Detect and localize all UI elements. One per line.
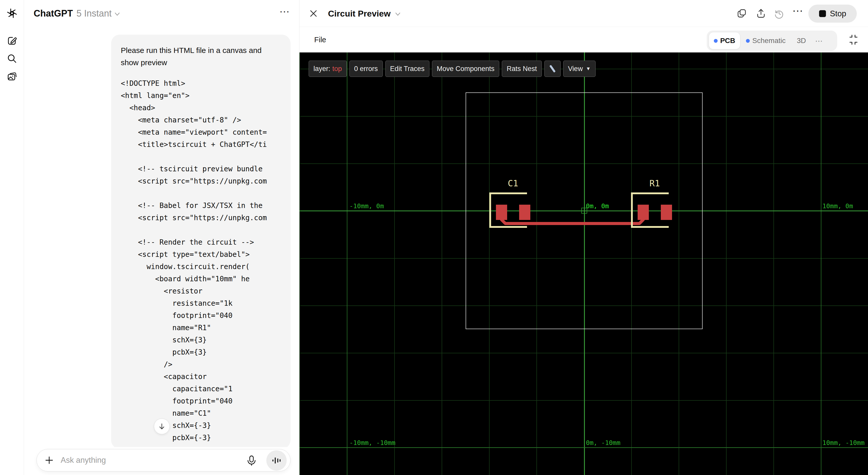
stop-square-icon — [819, 10, 826, 17]
sidebar-rail — [0, 0, 24, 475]
history-icon[interactable] — [774, 8, 784, 19]
code-line: <meta charset="utf-8" /> — [121, 114, 281, 126]
edit-traces-button[interactable]: Edit Traces — [385, 61, 429, 77]
draw-tool-button[interactable] — [544, 61, 561, 77]
voice-mode-button[interactable] — [266, 450, 287, 471]
coord-label-origin: 0m, 0m — [586, 202, 609, 210]
coord-label: 0m, -10mm — [586, 439, 620, 446]
openai-logo-icon — [7, 8, 17, 19]
code-line: capacitance="1 — [121, 383, 281, 395]
scroll-to-bottom-button[interactable] — [154, 418, 170, 434]
canvas-panel: Circuit Preview ⋯ — [300, 0, 868, 475]
code-line: name="R1" — [121, 322, 281, 334]
stop-button[interactable]: Stop — [808, 5, 857, 23]
new-chat-button[interactable] — [6, 35, 18, 46]
pcb-toolbar: layer: top 0 errors Edit Traces Move Com… — [309, 61, 596, 77]
code-line: <!-- Render the circuit --> — [121, 236, 281, 248]
search-icon — [7, 54, 17, 64]
microphone-icon[interactable] — [246, 455, 257, 466]
schematic-status-dot — [746, 39, 750, 43]
search-button[interactable] — [6, 53, 18, 64]
chat-panel: ChatGPT 5 Instant ⋯ Please run this HTML… — [24, 0, 300, 475]
code-line: <script src="https://unpkg.com — [121, 175, 281, 188]
message-text-line1: Please run this HTML file in a canvas an… — [121, 44, 281, 57]
pad-C1-1[interactable] — [496, 205, 507, 220]
move-components-button[interactable]: Move Components — [432, 61, 499, 77]
layer-value: top — [332, 65, 342, 73]
pcb-trace-layer — [300, 53, 868, 475]
coord-label: -10mm, -10mm — [349, 439, 396, 446]
new-chat-icon — [7, 36, 17, 46]
code-line: <capacitor — [121, 371, 281, 383]
chevron-down-icon — [114, 12, 120, 16]
view-tabs: PCB Schematic 3D ⋯ — [707, 31, 837, 51]
code-line: <!-- Babel for JSX/TSX in the — [121, 200, 281, 212]
tab-schematic[interactable]: Schematic — [746, 37, 786, 45]
library-icon — [7, 71, 17, 81]
code-line: <meta name="viewport" content= — [121, 126, 281, 138]
rats-nest-button[interactable]: Rats Nest — [502, 61, 542, 77]
code-line — [121, 224, 281, 236]
message-text-line2: show preview — [121, 57, 281, 69]
pad-R1-2[interactable] — [661, 205, 672, 220]
code-line: <!DOCTYPE html> — [121, 77, 281, 90]
code-line: name="C1" — [121, 407, 281, 419]
pcb-canvas[interactable]: C1 R1 -10mm, 0m 0m, 0m 10mm, 0m -10mm, -… — [300, 53, 868, 475]
library-button[interactable] — [6, 71, 18, 82]
component-label-R1[interactable]: R1 — [643, 178, 666, 189]
user-message-bubble: Please run this HTML file in a canvas an… — [111, 35, 290, 449]
code-line — [121, 151, 281, 163]
composer-placeholder: Ask anything — [61, 456, 106, 465]
code-line: <head> — [121, 102, 281, 114]
code-line: <!-- tscircuit preview bundle — [121, 163, 281, 175]
attach-plus-icon[interactable] — [44, 455, 54, 465]
pcb-status-dot — [714, 39, 718, 43]
collapse-icon[interactable] — [848, 34, 859, 45]
pad-R1-1[interactable] — [638, 205, 649, 220]
view-dropdown[interactable]: View ▼ — [563, 61, 596, 77]
code-line: resistance="1k — [121, 297, 281, 309]
message-code-block: <!DOCTYPE html><html lang="en"> <head> <… — [121, 77, 281, 449]
chevron-down-icon — [395, 12, 401, 16]
code-line: pcbX={3} — [121, 346, 281, 359]
chat-header: ChatGPT 5 Instant ⋯ — [24, 0, 299, 27]
file-menu[interactable]: File — [314, 27, 326, 53]
composer-input[interactable]: Ask anything — [36, 449, 290, 471]
chat-menu-button[interactable]: ⋯ — [279, 6, 290, 17]
composer-area: Ask anything — [24, 447, 300, 475]
tab-3d[interactable]: 3D — [797, 37, 806, 45]
code-line: pcbX={-3} — [121, 432, 281, 444]
code-line: <board width="10mm" he — [121, 273, 281, 285]
code-line: footprint="040 — [121, 395, 281, 407]
canvas-title: Circuit Preview — [328, 9, 391, 19]
coord-label: 10mm, 0m — [823, 202, 853, 210]
model-name[interactable]: 5 Instant — [76, 8, 112, 19]
code-line: <resistor — [121, 285, 281, 297]
component-label-C1[interactable]: C1 — [501, 178, 524, 189]
canvas-menubar: File PCB Schematic 3D ⋯ — [300, 27, 868, 53]
canvas-header: Circuit Preview ⋯ — [300, 0, 868, 27]
share-icon[interactable] — [756, 8, 766, 19]
code-line: <script type="text/babel"> — [121, 248, 281, 261]
arrow-down-icon — [158, 422, 166, 430]
code-line: footprint="040 — [121, 309, 281, 322]
layer-button[interactable]: layer: top — [309, 61, 347, 77]
chatgpt-brand: ChatGPT — [34, 8, 73, 19]
coord-label: 10mm, -10mm — [823, 439, 865, 446]
code-line: schX={-3} — [121, 419, 281, 432]
code-line: /> — [121, 359, 281, 371]
pad-C1-2[interactable] — [519, 205, 530, 220]
waveform-icon — [271, 455, 282, 466]
code-line — [121, 188, 281, 200]
caret-down-icon: ▼ — [586, 66, 591, 71]
tabs-more-button[interactable]: ⋯ — [815, 36, 823, 45]
canvas-title-dropdown[interactable]: Circuit Preview — [328, 0, 401, 27]
pencil-icon — [549, 65, 556, 73]
tab-pcb[interactable]: PCB — [709, 32, 740, 49]
openai-logo[interactable] — [6, 8, 18, 19]
code-line: window.tscircuit.render( — [121, 261, 281, 273]
close-icon[interactable] — [309, 9, 318, 18]
copy-icon[interactable] — [737, 8, 747, 19]
errors-button[interactable]: 0 errors — [349, 61, 383, 77]
canvas-more-button[interactable]: ⋯ — [792, 5, 804, 17]
